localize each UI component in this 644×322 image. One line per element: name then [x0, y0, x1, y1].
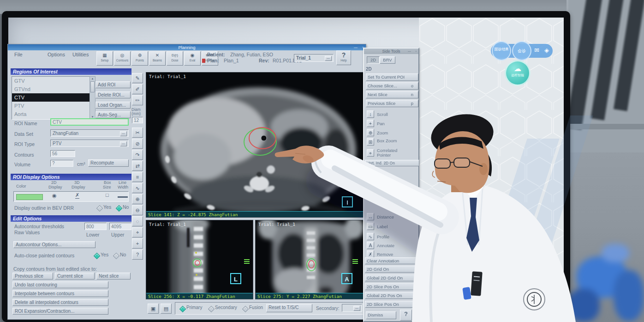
pan-tool-label[interactable]: Pan: [377, 122, 385, 126]
primary-label[interactable]: Primary: [186, 305, 202, 310]
correlated-pointer-tool-icon[interactable]: ⌖: [367, 149, 374, 157]
axial-viewport[interactable]: Trial: Trial_1 I Slice 141: Z = -24.875 …: [146, 72, 364, 218]
consult-result-button[interactable]: 面诊结果: [492, 41, 511, 61]
exclude-tool-icon[interactable]: ⊘: [132, 139, 143, 149]
remove-tool-label[interactable]: Remove: [377, 252, 393, 257]
erase-tool-icon[interactable]: ✏: [132, 95, 143, 105]
dataset-dropdown[interactable]: ZhangFutian —: [50, 129, 129, 137]
coronal-viewport[interactable]: Trial: Trial_1 A Slice 275: Y = 2.227 Zh…: [255, 220, 364, 299]
bev-yes-toggle[interactable]: [96, 205, 103, 212]
contract-tool-icon[interactable]: ⊖: [132, 205, 143, 215]
clear-annotation-button[interactable]: Clear Annotation: [365, 257, 419, 264]
rotate-tool-icon[interactable]: ↷: [132, 150, 143, 160]
distance-tool-label[interactable]: Distance: [377, 215, 394, 219]
toolbar-eval-button[interactable]: ◉Eval: [184, 51, 201, 66]
scroll-tool-label[interactable]: Scroll: [377, 112, 388, 117]
box-zoom-tool-label[interactable]: Box Zoom: [377, 139, 405, 143]
autoclose-yes-toggle[interactable]: [94, 253, 100, 259]
roi-item-aorta[interactable]: Aorta: [12, 110, 89, 118]
fusion-label[interactable]: Fusion: [249, 305, 263, 310]
draw-tool-icon[interactable]: ✎: [132, 73, 143, 83]
maximize-icon[interactable]: ▫: [416, 49, 417, 54]
previous-slice-button[interactable]: Previous slice: [12, 273, 53, 279]
minimize-icon[interactable]: —: [408, 49, 411, 54]
roi-type-dropdown[interactable]: PTV —: [50, 140, 129, 147]
annotate-tool-icon[interactable]: A: [367, 242, 374, 249]
autoclose-no-toggle[interactable]: [113, 253, 119, 259]
global-2d-grid-on-button[interactable]: Global 2D Grid On: [365, 274, 419, 281]
toolbar-setup-button[interactable]: ▦Setup: [96, 51, 113, 66]
side-tools-help-icon[interactable]: ?: [400, 310, 412, 321]
secondary-label[interactable]: Secondary: [215, 305, 237, 310]
pan-tool-icon[interactable]: +: [367, 120, 374, 127]
label-tool-label[interactable]: Label: [377, 225, 388, 229]
scroll-tool-icon[interactable]: ↕: [367, 110, 374, 118]
tab-brv[interactable]: BRV: [380, 56, 395, 64]
cut-tool-icon[interactable]: ✂: [132, 128, 143, 138]
paint-tool-icon[interactable]: ✐: [132, 84, 143, 94]
roi-name-input[interactable]: CTV: [50, 118, 129, 126]
help-button[interactable]: ? Help: [336, 50, 351, 65]
annotate-tool-label[interactable]: Annotate: [377, 243, 394, 248]
box-size-icon[interactable]: □: [106, 192, 109, 198]
envelope-icon[interactable]: ✉: [534, 47, 539, 54]
roi-expansion-button[interactable]: ROI Expansion/Contraction...: [12, 308, 108, 315]
secondary-dropdown[interactable]: —: [342, 304, 362, 312]
correlated-pointer-tool-label[interactable]: Correlated Pointer: [377, 148, 409, 158]
roi-item-gtvnd[interactable]: GTVnd: [12, 85, 89, 93]
recompute-button[interactable]: Recompute: [88, 159, 129, 167]
distance-tool-icon[interactable]: ↔: [367, 213, 374, 220]
menu-options[interactable]: Options: [48, 52, 65, 57]
load-organ-button[interactable]: Load Organ...: [95, 102, 131, 109]
copy-view-icon[interactable]: ▣: [148, 304, 159, 314]
scroll-up-icon[interactable]: ▲: [90, 77, 95, 81]
swap-tool-icon[interactable]: ⇄: [132, 161, 143, 171]
toolbar-beams-button[interactable]: ✕Beams: [149, 51, 166, 66]
target-tool-icon[interactable]: ⌖: [132, 227, 143, 237]
toolbar-contours-button[interactable]: ◎Contours: [114, 51, 131, 66]
roi-listbox[interactable]: GTV GTVnd CTV PTV Aorta: [12, 76, 90, 120]
interpolate-button[interactable]: Interpolate between contours: [12, 290, 108, 297]
box-zoom-tool-icon[interactable]: ⊞: [367, 138, 374, 146]
strip-help-icon[interactable]: ?: [132, 249, 143, 260]
add-roi-button[interactable]: Add ROI: [95, 81, 131, 88]
trial-dropdown[interactable]: Trial_1 —: [294, 54, 334, 62]
bev-no-toggle[interactable]: [116, 205, 122, 212]
upper-threshold-input[interactable]: 4095: [109, 223, 131, 230]
delete-roi-button[interactable]: Delete ROI...: [95, 91, 131, 98]
reset-tsc-button[interactable]: Reset to T/S/C: [266, 304, 312, 312]
2d-slice-pos-on-button[interactable]: 2D Slice Pos On: [365, 283, 419, 290]
minimize-icon[interactable]: —: [354, 44, 358, 50]
label-tool-icon[interactable]: ▭: [367, 223, 374, 230]
scrollbar-thumb[interactable]: [90, 81, 95, 92]
sagittal-viewport[interactable]: Trial: Trial_1 L Slice 256: X = -0.117 Z…: [146, 220, 253, 299]
current-slice-button[interactable]: Current slice: [55, 273, 95, 279]
line-width-icon[interactable]: [118, 196, 128, 198]
2d-grid-on-button[interactable]: 2D Grid On: [365, 266, 419, 273]
dismiss-button[interactable]: Dismiss: [366, 311, 396, 319]
menu-file[interactable]: File: [14, 52, 23, 57]
list-tool-icon[interactable]: ≡: [132, 172, 143, 182]
bev-no-label[interactable]: No: [123, 204, 129, 210]
roi-item-ptv[interactable]: PTV: [12, 102, 89, 110]
remote-ai-button[interactable]: ☁ 远程智能: [505, 60, 531, 86]
3d-display-icon[interactable]: ✗: [75, 192, 79, 199]
profile-tool-icon[interactable]: ∿: [367, 233, 374, 240]
layout-view-icon[interactable]: ▤: [161, 304, 172, 314]
global-2d-pos-on-button[interactable]: Global 2D Pos On: [365, 292, 419, 299]
diamond-badge-icon[interactable]: ◈: [544, 47, 549, 54]
next-slice-button[interactable]: Next slice: [96, 273, 131, 279]
2d-slice-pos-on-button-2[interactable]: 2D Slice Pos On: [365, 301, 419, 308]
roi-item-gtv[interactable]: GTV: [12, 77, 89, 85]
auto-seg-button[interactable]: Auto-Seg...: [95, 111, 131, 118]
autoclose-yes-label[interactable]: Yes: [101, 252, 108, 257]
circle-tool-icon[interactable]: ◌: [132, 216, 143, 226]
toolbar-points-button[interactable]: ⊕Points: [131, 51, 148, 66]
side-tools-titlebar[interactable]: Side Tools — ▫: [364, 49, 418, 54]
previous-slice-button[interactable]: Previous Slice p: [366, 100, 418, 107]
smooth-tool-icon[interactable]: ∿: [132, 183, 143, 193]
autoclose-no-label[interactable]: No: [120, 252, 126, 257]
roi-color-swatch[interactable]: [16, 194, 43, 200]
lower-threshold-input[interactable]: 800: [84, 223, 107, 230]
vert-ind-2d-button[interactable]: Vert. Ind. 2D On: [365, 160, 419, 166]
